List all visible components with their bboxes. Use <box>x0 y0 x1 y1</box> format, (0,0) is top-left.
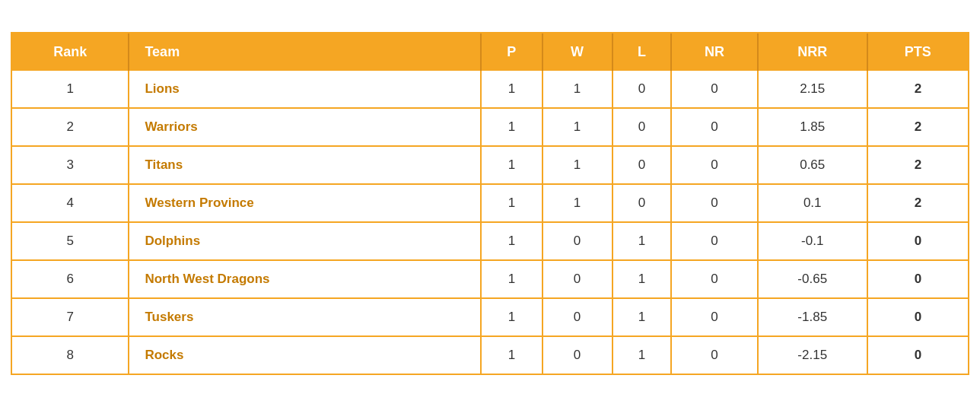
cell-rank: 6 <box>12 260 129 298</box>
table-row: 6North West Dragons1010-0.650 <box>12 260 968 298</box>
cell-nrr: 0.65 <box>758 146 867 184</box>
cell-nrr: -0.1 <box>758 222 867 260</box>
cell-w: 1 <box>542 146 612 184</box>
cell-p: 1 <box>481 146 542 184</box>
cell-l: 1 <box>612 298 672 336</box>
header-p: P <box>481 33 542 71</box>
cell-l: 0 <box>612 108 672 146</box>
table-row: 3Titans11000.652 <box>12 146 968 184</box>
header-l: L <box>612 33 672 71</box>
cell-p: 1 <box>481 298 542 336</box>
cell-nr: 0 <box>671 146 757 184</box>
table-body: 1Lions11002.1522Warriors11001.8523Titans… <box>12 71 968 374</box>
cell-nr: 0 <box>671 222 757 260</box>
cell-pts: 2 <box>867 71 968 108</box>
cell-pts: 0 <box>867 222 968 260</box>
table-row: 2Warriors11001.852 <box>12 108 968 146</box>
cell-nrr: 0.1 <box>758 184 867 222</box>
cell-nr: 0 <box>671 184 757 222</box>
cell-p: 1 <box>481 336 542 374</box>
header-row: Rank Team P W L NR NRR PTS <box>12 33 968 71</box>
header-nrr: NRR <box>758 33 867 71</box>
cell-w: 0 <box>542 336 612 374</box>
cell-team: Lions <box>129 71 481 108</box>
cell-nr: 0 <box>671 298 757 336</box>
cell-p: 1 <box>481 260 542 298</box>
cell-p: 1 <box>481 184 542 222</box>
cell-p: 1 <box>481 108 542 146</box>
cell-l: 0 <box>612 71 672 108</box>
header-pts: PTS <box>867 33 968 71</box>
cell-nrr: -0.65 <box>758 260 867 298</box>
cell-nr: 0 <box>671 260 757 298</box>
cell-pts: 2 <box>867 184 968 222</box>
table-row: 8Rocks1010-2.150 <box>12 336 968 374</box>
cell-team: Rocks <box>129 336 481 374</box>
cell-nr: 0 <box>671 108 757 146</box>
cell-team: Titans <box>129 146 481 184</box>
cell-team: Tuskers <box>129 298 481 336</box>
cell-nr: 0 <box>671 71 757 108</box>
cell-pts: 2 <box>867 146 968 184</box>
table-row: 4Western Province11000.12 <box>12 184 968 222</box>
cell-rank: 8 <box>12 336 129 374</box>
cell-nrr: -2.15 <box>758 336 867 374</box>
header-rank: Rank <box>12 33 129 71</box>
cell-p: 1 <box>481 71 542 108</box>
cell-w: 1 <box>542 184 612 222</box>
cell-team: Dolphins <box>129 222 481 260</box>
cell-rank: 1 <box>12 71 129 108</box>
cell-rank: 2 <box>12 108 129 146</box>
cell-p: 1 <box>481 222 542 260</box>
cell-l: 0 <box>612 184 672 222</box>
cell-rank: 3 <box>12 146 129 184</box>
cell-nr: 0 <box>671 336 757 374</box>
header-team: Team <box>129 33 481 71</box>
cell-w: 1 <box>542 71 612 108</box>
cell-pts: 0 <box>867 260 968 298</box>
cell-nrr: 2.15 <box>758 71 867 108</box>
table-row: 5Dolphins1010-0.10 <box>12 222 968 260</box>
table-header: Rank Team P W L NR NRR PTS <box>12 33 968 71</box>
table-row: 1Lions11002.152 <box>12 71 968 108</box>
cell-pts: 2 <box>867 108 968 146</box>
cell-w: 1 <box>542 108 612 146</box>
header-nr: NR <box>671 33 757 71</box>
cell-team: Western Province <box>129 184 481 222</box>
cell-l: 1 <box>612 222 672 260</box>
cell-nrr: -1.85 <box>758 298 867 336</box>
cell-w: 0 <box>542 298 612 336</box>
cell-rank: 7 <box>12 298 129 336</box>
header-w: W <box>542 33 612 71</box>
cell-l: 1 <box>612 336 672 374</box>
cell-pts: 0 <box>867 336 968 374</box>
cell-l: 1 <box>612 260 672 298</box>
cell-pts: 0 <box>867 298 968 336</box>
cell-rank: 5 <box>12 222 129 260</box>
cell-l: 0 <box>612 146 672 184</box>
cell-w: 0 <box>542 222 612 260</box>
standings-table: Rank Team P W L NR NRR PTS 1Lions11002.1… <box>11 32 969 375</box>
cell-team: Warriors <box>129 108 481 146</box>
table-row: 7Tuskers1010-1.850 <box>12 298 968 336</box>
cell-nrr: 1.85 <box>758 108 867 146</box>
cell-team: North West Dragons <box>129 260 481 298</box>
cell-w: 0 <box>542 260 612 298</box>
cell-rank: 4 <box>12 184 129 222</box>
